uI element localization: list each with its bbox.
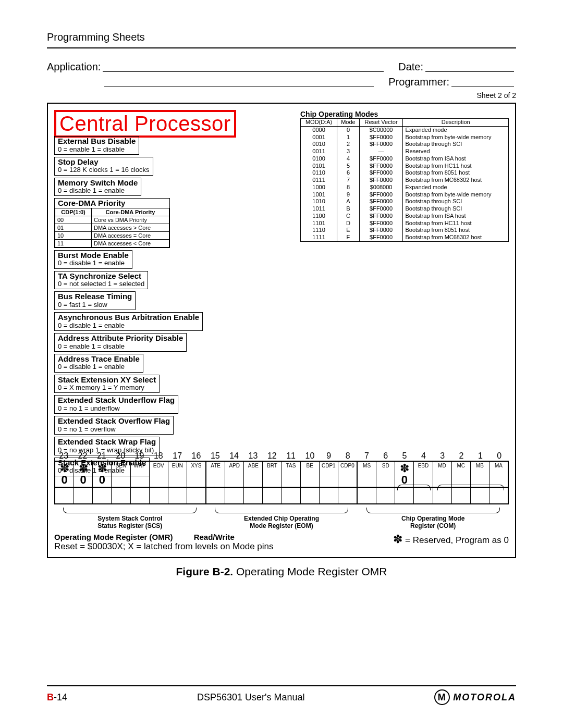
callout-stop-delay: Stop Delay 0 = 128 K clocks 1 = 16 clock… bbox=[54, 157, 153, 176]
programmer-label: Programmer: bbox=[388, 76, 449, 88]
td: 1100 bbox=[301, 213, 337, 220]
page-num-prefix: B bbox=[47, 692, 54, 702]
bit-value-cell[interactable] bbox=[93, 488, 112, 503]
bit-value-cell[interactable] bbox=[131, 488, 150, 503]
bit-value-cell[interactable] bbox=[414, 488, 433, 503]
bit-value-cell[interactable] bbox=[358, 488, 376, 503]
bit-number: 21 bbox=[92, 451, 111, 461]
bit-cell: MS bbox=[358, 462, 376, 487]
td: 4 bbox=[337, 155, 360, 163]
bit-value-cell[interactable] bbox=[395, 488, 414, 503]
callout-title: External Bus Disable bbox=[55, 137, 139, 146]
bit-value-cell[interactable] bbox=[244, 488, 263, 503]
bit-value-cell[interactable] bbox=[376, 488, 395, 503]
td: 1001 bbox=[301, 191, 337, 199]
application-field-2[interactable] bbox=[104, 76, 374, 87]
th: CDP(1:0) bbox=[55, 208, 92, 216]
td: 0001 bbox=[301, 134, 337, 141]
register-reset-note: Reset = $00030X; X = latched from levels… bbox=[54, 541, 274, 551]
brace-label: Extended Chip Operating Mode Register (E… bbox=[244, 515, 319, 529]
td: C bbox=[337, 213, 360, 220]
td: $FF0000 bbox=[359, 234, 403, 241]
td: 01 bbox=[55, 224, 92, 231]
bit-value-cell[interactable] bbox=[187, 488, 206, 503]
callout-sub: 0 = not selected 1 = selected bbox=[55, 280, 148, 289]
brace-label: System Stack Control Status Register (SC… bbox=[97, 515, 162, 529]
bit-number: 22 bbox=[73, 451, 92, 461]
td: 0 bbox=[337, 126, 360, 133]
bit-value-cell[interactable] bbox=[471, 488, 489, 503]
callout-title: Burst Mode Enable bbox=[55, 251, 132, 260]
header-rule bbox=[47, 47, 516, 48]
bit-cell: ✽0 bbox=[55, 462, 74, 487]
date-field[interactable] bbox=[425, 61, 514, 72]
td: D bbox=[337, 220, 360, 227]
bit-value-cell[interactable] bbox=[433, 488, 452, 503]
td: 1010 bbox=[301, 198, 337, 205]
td: 5 bbox=[337, 163, 360, 170]
com-title: Chip Operating Modes bbox=[300, 110, 509, 118]
callout-sub: 0 = X memory 1 = Y memory bbox=[55, 384, 159, 392]
bit-value-cell[interactable] bbox=[320, 488, 338, 503]
section-header: Programming Sheets bbox=[47, 31, 516, 43]
td: Bootstrap from ISA host bbox=[403, 213, 509, 220]
bit-value-cell[interactable] bbox=[301, 488, 320, 503]
bit-number: 2 bbox=[452, 451, 471, 461]
td: 0011 bbox=[301, 148, 337, 155]
th: MOD(D:A) bbox=[301, 119, 337, 127]
td: 0111 bbox=[301, 177, 337, 184]
bit-value-cell[interactable] bbox=[168, 488, 187, 503]
bit-cell: EBD bbox=[414, 462, 433, 487]
td: A bbox=[337, 198, 360, 205]
td: Bootstrap from ISA host bbox=[403, 155, 509, 163]
bit-value-cell[interactable] bbox=[225, 488, 244, 503]
callout-box: Address Trace Enable0 = disable 1 = enab… bbox=[54, 354, 143, 373]
td: $FF0000 bbox=[359, 220, 403, 227]
callout-title: TA Synchronize Select bbox=[55, 272, 148, 281]
td: 9 bbox=[337, 191, 360, 199]
td: 1101 bbox=[301, 220, 337, 227]
td: 2 bbox=[337, 141, 360, 148]
bit-value-cell[interactable] bbox=[55, 488, 74, 503]
callout-title: Stack Extension XY Select bbox=[55, 375, 159, 385]
td: $FF0000 bbox=[359, 191, 403, 199]
td: Bootstrap from 8051 host bbox=[403, 169, 509, 177]
td: 1111 bbox=[301, 234, 337, 241]
th: Reset Vector bbox=[359, 119, 403, 127]
brand-text: MOTOROLA bbox=[453, 692, 516, 703]
bit-value-cell[interactable] bbox=[150, 488, 168, 503]
callout-box: Bus Release Timing0 = fast 1 = slow bbox=[54, 291, 136, 310]
th: Description bbox=[403, 119, 509, 127]
td: 0010 bbox=[301, 141, 337, 148]
sheet-number: Sheet 2 of 2 bbox=[47, 91, 516, 100]
bit-number: 20 bbox=[111, 451, 130, 461]
callout-mem-switch-mode: Memory Switch Mode 0 = disable 1 = enabl… bbox=[54, 178, 141, 196]
td: $FF0000 bbox=[359, 227, 403, 234]
td: Bootstrap from byte-wide memory bbox=[403, 134, 509, 141]
programmer-field[interactable] bbox=[451, 76, 514, 87]
bit-number: 8 bbox=[338, 451, 357, 461]
bit-value-cell[interactable] bbox=[74, 488, 93, 503]
brace-scs: System Stack Control Status Register (SC… bbox=[54, 505, 206, 529]
bit-cell: ✽0 bbox=[395, 462, 414, 487]
reserved-star: ✽ bbox=[393, 533, 402, 546]
bit-value-cell[interactable] bbox=[338, 488, 358, 503]
bit-value-cell[interactable] bbox=[489, 488, 508, 503]
bit-value-row bbox=[54, 488, 509, 504]
application-field[interactable] bbox=[103, 61, 384, 72]
bit-value-cell[interactable] bbox=[263, 488, 282, 503]
brand: M MOTOROLA bbox=[434, 689, 516, 705]
td: 1000 bbox=[301, 184, 337, 191]
callout-sub: 0 = disable 1 = enable bbox=[55, 187, 141, 195]
bit-value-cell[interactable] bbox=[112, 488, 130, 503]
bit-value-cell[interactable] bbox=[206, 488, 225, 503]
td: $008000 bbox=[359, 184, 403, 191]
bit-value-cell[interactable] bbox=[282, 488, 301, 503]
bit-cell: WRP bbox=[131, 462, 150, 487]
chip-operating-modes-table: MOD(D:A) Mode Reset Vector Description 0… bbox=[300, 118, 509, 242]
bit-number: 6 bbox=[376, 451, 395, 461]
bit-value-cell[interactable] bbox=[452, 488, 471, 503]
figure-number: Figure B-2. bbox=[176, 565, 234, 577]
bit-number: 1 bbox=[471, 451, 489, 461]
bit-number: 5 bbox=[395, 451, 414, 461]
